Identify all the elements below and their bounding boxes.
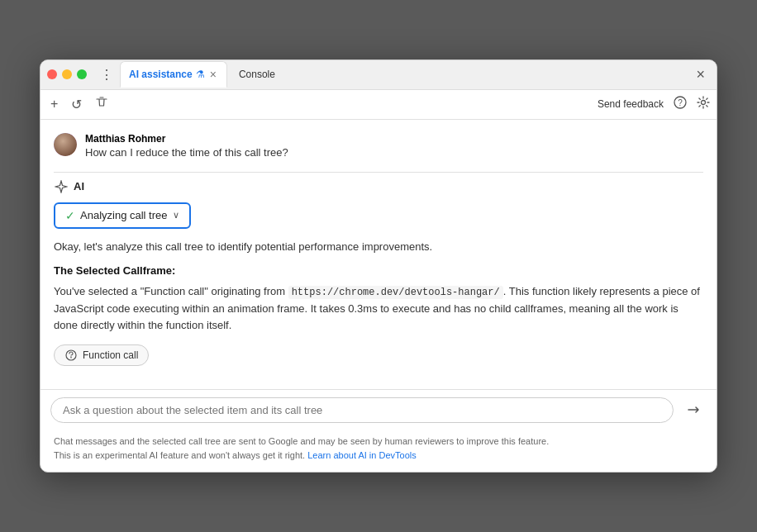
- user-message: Matthias Rohmer How can I reduce the tim…: [54, 133, 703, 159]
- more-options-icon[interactable]: ⋮: [97, 65, 117, 84]
- tab-ai-label: AI assistance: [129, 69, 193, 80]
- beaker-icon: ⚗: [196, 69, 205, 80]
- function-call-icon: [64, 349, 78, 362]
- code-url: https://chrome.dev/devtools-hangar/: [288, 286, 503, 299]
- tab-console-label: Console: [239, 69, 275, 80]
- svg-point-2: [702, 101, 706, 105]
- question-input[interactable]: [50, 397, 674, 423]
- avatar: [54, 133, 77, 156]
- new-tab-button[interactable]: +: [47, 95, 61, 113]
- user-info: Matthias Rohmer How can I reduce the tim…: [85, 133, 288, 159]
- ai-text-label: AI: [74, 180, 84, 192]
- username: Matthias Rohmer: [85, 133, 288, 145]
- svg-text:?: ?: [678, 98, 683, 107]
- analyzing-label: Analyzing call tree: [80, 209, 168, 221]
- function-call-badge[interactable]: Function call: [54, 344, 149, 366]
- toolbar: + ↺ Send feedback ?: [40, 90, 717, 120]
- tab-close-icon[interactable]: ×: [208, 68, 218, 81]
- tab-console[interactable]: Console: [231, 61, 283, 88]
- window-close-btn[interactable]: [47, 69, 57, 79]
- toolbar-right: Send feedback ?: [598, 96, 710, 112]
- footer-text2: This is an experimental AI feature and w…: [54, 450, 305, 460]
- help-icon[interactable]: ?: [674, 96, 687, 112]
- input-wrapper: [40, 389, 717, 430]
- window-maximize-btn[interactable]: [77, 69, 87, 79]
- footer-link[interactable]: Learn about AI in DevTools: [307, 450, 416, 460]
- footer: Chat messages and the selected call tree…: [40, 430, 717, 472]
- function-call-label: Function call: [83, 349, 138, 361]
- ai-label: AI: [54, 179, 703, 194]
- devtools-window: ⋮ AI assistance ⚗ × Console × + ↺ Send f…: [40, 59, 717, 473]
- analyzing-badge[interactable]: ✓ Analyzing call tree ∨: [54, 202, 191, 229]
- ai-sparkle-icon: [54, 179, 69, 194]
- ai-intro-text: Okay, let's analyze this call tree to id…: [54, 239, 703, 256]
- ai-section: AI ✓ Analyzing call tree ∨ Okay, let's a…: [54, 179, 703, 380]
- delete-button[interactable]: [92, 94, 112, 114]
- send-button[interactable]: [680, 397, 707, 423]
- callframe-title: The Selected Callframe:: [54, 264, 703, 277]
- window-minimize-btn[interactable]: [62, 69, 72, 79]
- check-icon: ✓: [65, 209, 75, 222]
- main-content: Matthias Rohmer How can I reduce the tim…: [40, 120, 717, 390]
- divider: [54, 172, 703, 173]
- send-feedback-button[interactable]: Send feedback: [598, 98, 664, 110]
- chevron-down-icon: ∨: [173, 210, 179, 221]
- desc-part1: You've selected a "Function call" origin…: [54, 285, 288, 297]
- footer-text1: Chat messages and the selected call tree…: [54, 436, 549, 446]
- user-query: How can I reduce the time of this call t…: [85, 146, 288, 159]
- settings-icon[interactable]: [697, 96, 710, 112]
- input-row: [40, 390, 717, 430]
- history-button[interactable]: ↺: [68, 95, 85, 114]
- tab-ai-assistance[interactable]: AI assistance ⚗ ×: [120, 61, 227, 88]
- panel-close-btn[interactable]: ×: [691, 64, 710, 85]
- window-controls: [47, 69, 87, 79]
- ai-description: You've selected a "Function call" origin…: [54, 283, 703, 335]
- title-bar: ⋮ AI assistance ⚗ × Console ×: [40, 60, 717, 90]
